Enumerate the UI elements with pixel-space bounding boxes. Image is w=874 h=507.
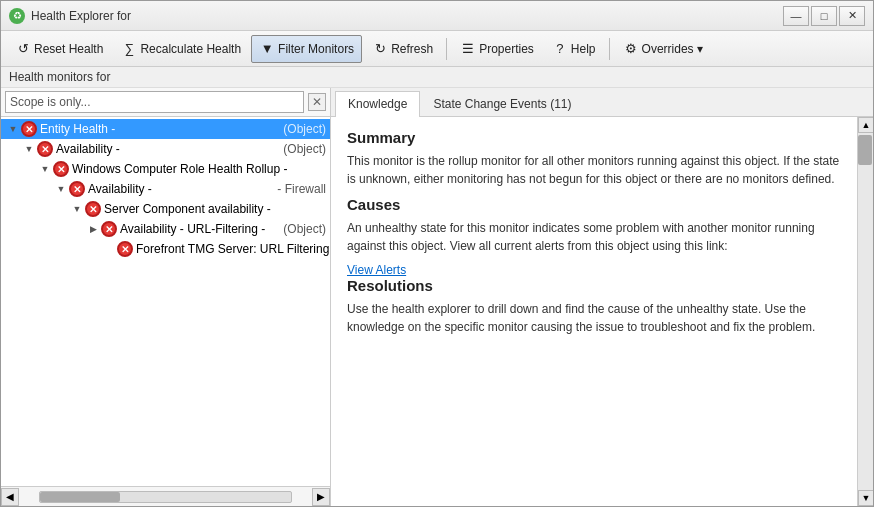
subtitle-bar: Health monitors for: [1, 67, 873, 88]
close-button[interactable]: ✕: [839, 6, 865, 26]
filter-icon: ▼: [259, 41, 275, 57]
refresh-label: Refresh: [391, 42, 433, 56]
content-wrapper: Summary This monitor is the rollup monit…: [331, 117, 873, 506]
scroll-left-button[interactable]: ◀: [1, 488, 19, 506]
reset-health-icon: ↺: [15, 41, 31, 57]
tree-item-availability-1[interactable]: ▼ ✕ Availability - (Object): [1, 139, 330, 159]
error-icon-srvcomp: ✕: [85, 201, 101, 217]
recalculate-label: Recalculate Health: [140, 42, 241, 56]
horizontal-scrollbar: ◀ ▶: [1, 486, 330, 506]
minimize-button[interactable]: —: [783, 6, 809, 26]
summary-section: Summary This monitor is the rollup monit…: [347, 129, 841, 188]
tree-tag-url: (Object): [283, 222, 326, 236]
title-bar: ♻ Health Explorer for — □ ✕: [1, 1, 873, 31]
expand-icon[interactable]: ▼: [5, 121, 21, 137]
error-icon-avail2: ✕: [69, 181, 85, 197]
tree-item-server-component[interactable]: ▼ ✕ Server Component availability -: [1, 199, 330, 219]
filter-monitors-button[interactable]: ▼ Filter Monitors: [251, 35, 362, 63]
recalculate-icon: ∑: [121, 41, 137, 57]
help-button[interactable]: ? Help: [544, 35, 604, 63]
expand-icon-avail2[interactable]: ▼: [53, 181, 69, 197]
tree-label-entity-health: Entity Health -: [40, 122, 279, 136]
tree-label-avail2: Availability -: [88, 182, 273, 196]
tree-item-availability-url[interactable]: ▶ ✕ Availability - URL-Filtering - (Obje…: [1, 219, 330, 239]
tree-label-url: Availability - URL-Filtering -: [120, 222, 279, 236]
tab-state-change-events[interactable]: State Change Events (11): [420, 91, 584, 116]
error-icon-tmg: ✕: [117, 241, 133, 257]
knowledge-content: Summary This monitor is the rollup monit…: [331, 117, 857, 506]
tree-label-avail1: Availability -: [56, 142, 279, 156]
reset-health-label: Reset Health: [34, 42, 103, 56]
causes-section: Causes An unhealthy state for this monit…: [347, 196, 841, 277]
help-label: Help: [571, 42, 596, 56]
h-scroll-track[interactable]: [39, 491, 292, 503]
overrides-button[interactable]: ⚙ Overrides ▾: [615, 35, 711, 63]
expand-icon-srvcomp[interactable]: ▼: [69, 201, 85, 217]
scope-bar: ✕: [1, 88, 330, 117]
causes-heading: Causes: [347, 196, 841, 213]
scroll-up-button[interactable]: ▲: [858, 117, 873, 133]
resolutions-heading: Resolutions: [347, 277, 841, 294]
refresh-icon: ↻: [372, 41, 388, 57]
expand-icon-url[interactable]: ▶: [85, 221, 101, 237]
summary-heading: Summary: [347, 129, 841, 146]
error-icon-url: ✕: [101, 221, 117, 237]
resolutions-text: Use the health explorer to drill down an…: [347, 300, 841, 336]
tree-label-srvcomp: Server Component availability -: [104, 202, 322, 216]
tab-knowledge[interactable]: Knowledge: [335, 91, 420, 117]
expand-icon-wincomp[interactable]: ▼: [37, 161, 53, 177]
separator-1: [446, 38, 447, 60]
causes-text: An unhealthy state for this monitor indi…: [347, 219, 841, 255]
toolbar: ↺ Reset Health ∑ Recalculate Health ▼ Fi…: [1, 31, 873, 67]
overrides-label: Overrides ▾: [642, 42, 703, 56]
vertical-scrollbar: ▲ ▼: [857, 117, 873, 506]
tab-bar: Knowledge State Change Events (11): [331, 88, 873, 117]
health-tree[interactable]: ▼ ✕ Entity Health - (Object) ▼ ✕ Availab…: [1, 117, 330, 486]
maximize-button[interactable]: □: [811, 6, 837, 26]
error-icon-entity-health: ✕: [21, 121, 37, 137]
tree-tag-entity-health: (Object): [283, 122, 326, 136]
expand-icon-avail1[interactable]: ▼: [21, 141, 37, 157]
right-panel: Knowledge State Change Events (11) Summa…: [331, 88, 873, 506]
properties-label: Properties: [479, 42, 534, 56]
refresh-button[interactable]: ↻ Refresh: [364, 35, 441, 63]
resolutions-section: Resolutions Use the health explorer to d…: [347, 277, 841, 336]
v-scroll-thumb[interactable]: [858, 135, 872, 165]
h-scroll-thumb[interactable]: [40, 492, 120, 502]
scope-input[interactable]: [5, 91, 304, 113]
separator-2: [609, 38, 610, 60]
tree-tag-avail1: (Object): [283, 142, 326, 156]
recalculate-health-button[interactable]: ∑ Recalculate Health: [113, 35, 249, 63]
tree-item-entity-health[interactable]: ▼ ✕ Entity Health - (Object): [1, 119, 330, 139]
summary-text: This monitor is the rollup monitor for a…: [347, 152, 841, 188]
left-panel: ✕ ▼ ✕ Entity Health - (Object) ▼ ✕ Avail…: [1, 88, 331, 506]
v-scroll-track[interactable]: [858, 133, 873, 490]
error-icon-avail1: ✕: [37, 141, 53, 157]
help-icon: ?: [552, 41, 568, 57]
main-window: ♻ Health Explorer for — □ ✕ ↺ Reset Heal…: [0, 0, 874, 507]
tree-item-windows-computer[interactable]: ▼ ✕ Windows Computer Role Health Rollup …: [1, 159, 330, 179]
tree-item-availability-2[interactable]: ▼ ✕ Availability - - Firewall: [1, 179, 330, 199]
subtitle-text: Health monitors for: [9, 70, 110, 84]
overrides-icon: ⚙: [623, 41, 639, 57]
main-area: ✕ ▼ ✕ Entity Health - (Object) ▼ ✕ Avail…: [1, 88, 873, 506]
app-icon: ♻: [9, 8, 25, 24]
view-alerts-link[interactable]: View Alerts: [347, 263, 406, 277]
tree-tag-avail2: - Firewall: [277, 182, 326, 196]
reset-health-button[interactable]: ↺ Reset Health: [7, 35, 111, 63]
tree-label-wincomp: Windows Computer Role Health Rollup -: [72, 162, 322, 176]
tree-label-tmg: Forefront TMG Server: URL Filtering - Se…: [136, 242, 330, 256]
scroll-down-button[interactable]: ▼: [858, 490, 873, 506]
scope-clear-button[interactable]: ✕: [308, 93, 326, 111]
properties-icon: ☰: [460, 41, 476, 57]
window-title: Health Explorer for: [31, 9, 783, 23]
tree-item-forefront-tmg[interactable]: ▶ ✕ Forefront TMG Server: URL Filtering …: [1, 239, 330, 259]
filter-label: Filter Monitors: [278, 42, 354, 56]
error-icon-wincomp: ✕: [53, 161, 69, 177]
properties-button[interactable]: ☰ Properties: [452, 35, 542, 63]
scroll-right-button[interactable]: ▶: [312, 488, 330, 506]
window-controls: — □ ✕: [783, 6, 865, 26]
